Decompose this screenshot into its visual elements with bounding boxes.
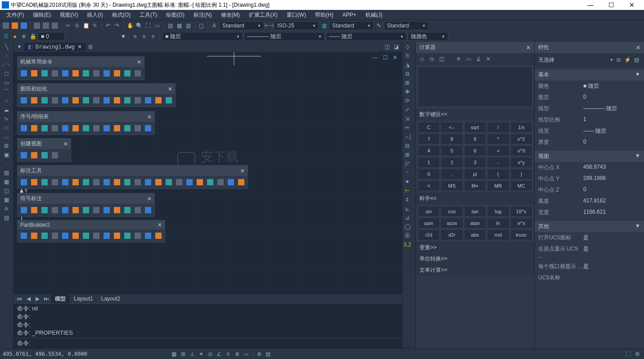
menu-mech[interactable]: 机械(J) <box>361 11 387 19</box>
panel-p2-tool-3[interactable] <box>50 96 59 105</box>
collapse-icon[interactable]: ▼ <box>635 153 640 160</box>
lwt-icon[interactable]: ≡ <box>224 350 232 358</box>
calc-t1-icon[interactable]: ✛ <box>455 55 463 63</box>
calc-key-0[interactable]: 0 <box>418 169 440 180</box>
layer-drop-arrow[interactable]: ▼ <box>121 33 126 40</box>
panel-p6-tool-11[interactable] <box>133 206 142 215</box>
calc-key-MC[interactable]: MC <box>510 180 532 191</box>
panel-p6-tool-10[interactable] <box>123 206 132 215</box>
panel-p1-tool-10[interactable] <box>123 69 132 78</box>
explode-icon[interactable]: ✷ <box>403 178 411 186</box>
tab-close-icon[interactable]: ✕ <box>77 44 82 50</box>
collapse-icon[interactable]: ▼ <box>635 223 640 230</box>
match-icon[interactable]: ✎ <box>91 22 99 30</box>
panel-p1-tool-6[interactable] <box>81 69 90 78</box>
scale-icon[interactable]: ⤢ <box>403 106 411 114</box>
layer-freeze-icon[interactable]: ❄ <box>20 32 28 40</box>
panel-p3-tool-6[interactable] <box>81 124 90 133</box>
calc-key-.[interactable]: . <box>441 169 463 180</box>
panel-p1-tool-1[interactable] <box>30 69 39 78</box>
plotcolor-dropdown[interactable]: 随颜色▼ <box>408 32 448 41</box>
panel-p7-tool-1[interactable] <box>30 231 39 240</box>
layer-mgr-icon[interactable]: ☰ <box>2 32 10 40</box>
panel-p1-tool-0[interactable] <box>19 69 28 78</box>
lineweight-dropdown[interactable]: —— 随层▼ <box>326 32 407 41</box>
panel-p5-tool-3[interactable] <box>50 178 59 187</box>
calc-key-atan[interactable]: atan <box>464 218 486 229</box>
panel-p4-tool-0[interactable] <box>19 151 28 160</box>
tab-dropdown-icon[interactable]: ▼ <box>15 43 23 51</box>
publish-icon[interactable] <box>51 22 59 30</box>
panel-p6-tool-6[interactable] <box>81 206 90 215</box>
cut-icon[interactable]: ✂ <box>64 22 72 30</box>
tab-last-icon[interactable]: ⏭ <box>42 295 50 303</box>
preview-icon[interactable] <box>42 22 50 30</box>
menu-help[interactable]: 帮助(H) <box>311 11 338 19</box>
arc-icon[interactable]: ⌒ <box>1 88 12 96</box>
panel-p7-tool-5[interactable] <box>71 231 80 240</box>
calc-mode2-icon[interactable]: ◷ <box>428 55 436 63</box>
calc-key-+[interactable]: + <box>487 145 509 156</box>
tpal-icon[interactable]: ▥ <box>184 22 192 30</box>
model-tab[interactable]: 模型 <box>51 294 69 304</box>
panel-p2-tool-2[interactable] <box>40 96 49 105</box>
prop-row[interactable]: 宽度1156.621 <box>535 207 644 218</box>
layout1-tab[interactable]: Layout1 <box>70 295 97 303</box>
block-icon[interactable]: ▣ <box>1 151 12 159</box>
panel-p1-tool-2[interactable] <box>40 69 49 78</box>
panel-p5-tool-21[interactable] <box>237 178 246 187</box>
otrack-icon[interactable]: ∠ <box>215 350 223 358</box>
offset-icon[interactable]: ⧉ <box>403 70 411 78</box>
ortho-icon[interactable]: ⊥ <box>188 350 196 358</box>
menu-app[interactable]: APP+ <box>338 12 361 18</box>
props-selection[interactable]: 无选择 <box>538 56 554 64</box>
calc-key-1[interactable]: 1 <box>418 157 440 168</box>
menu-draw[interactable]: 绘图(D) <box>162 11 189 19</box>
props-close-icon[interactable]: ✕ <box>636 45 640 51</box>
calc-t4-icon[interactable]: ✕ <box>484 55 492 63</box>
new-icon[interactable] <box>2 22 10 30</box>
panel-p5-tool-9[interactable] <box>113 178 122 187</box>
panel-close-icon[interactable]: ✕ <box>147 114 152 120</box>
zoom-ext-icon[interactable]: ⛶ <box>144 22 152 30</box>
menu-view[interactable]: 视图(V) <box>55 11 82 19</box>
layer-prev-icon[interactable]: ≡ <box>131 32 139 40</box>
layout2-tab[interactable]: Layout2 <box>98 295 124 303</box>
panel-p3-tool-0[interactable] <box>19 124 28 133</box>
calc-key-M+[interactable]: M+ <box>464 180 486 191</box>
panel-p5-tool-19[interactable] <box>216 178 225 187</box>
prop-row[interactable]: 线型比例1 <box>535 114 644 126</box>
gradient-icon[interactable]: ▦ <box>1 178 12 186</box>
dyn-icon[interactable]: ⊕ <box>233 350 241 358</box>
calc-key-6[interactable]: 6 <box>464 145 486 156</box>
calc-key-asin[interactable]: asin <box>418 218 440 229</box>
panel-close-icon[interactable]: ✕ <box>240 168 245 174</box>
panel-close-icon[interactable]: ✕ <box>147 196 152 202</box>
props-q2-icon[interactable]: ⚡ <box>623 56 631 64</box>
panel-p5-tool-8[interactable] <box>102 178 111 187</box>
pline-icon[interactable]: ⟋⟍ <box>1 61 12 69</box>
panel-p1-tool-9[interactable] <box>113 69 122 78</box>
menu-file[interactable]: 文件(F) <box>2 11 28 19</box>
undo-icon[interactable]: ↶ <box>104 22 112 30</box>
calc-key-sin[interactable]: sin <box>418 206 440 217</box>
panel-p2-tool-11[interactable] <box>133 96 142 105</box>
calc-text-header[interactable]: 文本计算>> <box>416 265 534 276</box>
calc-unit-header[interactable]: 单位转换>> <box>416 253 534 265</box>
prop-row[interactable]: 在原点显示 UCS ...是 <box>535 243 644 261</box>
panel-p2-tool-8[interactable] <box>102 96 111 105</box>
panel-p5-tool-4[interactable] <box>61 178 70 187</box>
calc-key-d2r[interactable]: d2r <box>441 229 463 240</box>
panel-p3-tool-7[interactable] <box>92 124 101 133</box>
layer-iso-icon[interactable]: ≡ <box>140 32 148 40</box>
prop-row[interactable]: 每个视口都显示 ...是 <box>535 261 644 272</box>
panel-p5-tool-1[interactable] <box>30 178 39 187</box>
calc-t3-icon[interactable]: ∡ <box>474 55 482 63</box>
panel-p5-tool-13[interactable] <box>154 178 163 187</box>
menu-modify[interactable]: 修改(M) <box>216 11 244 19</box>
calc-key-ln[interactable]: ln <box>487 218 509 229</box>
command-input[interactable]: 命令: <box>14 338 402 348</box>
calc-key-([interactable]: ( <box>487 169 509 180</box>
panel-p1-tool-5[interactable] <box>71 69 80 78</box>
break-icon[interactable]: ⊟ <box>403 142 411 150</box>
